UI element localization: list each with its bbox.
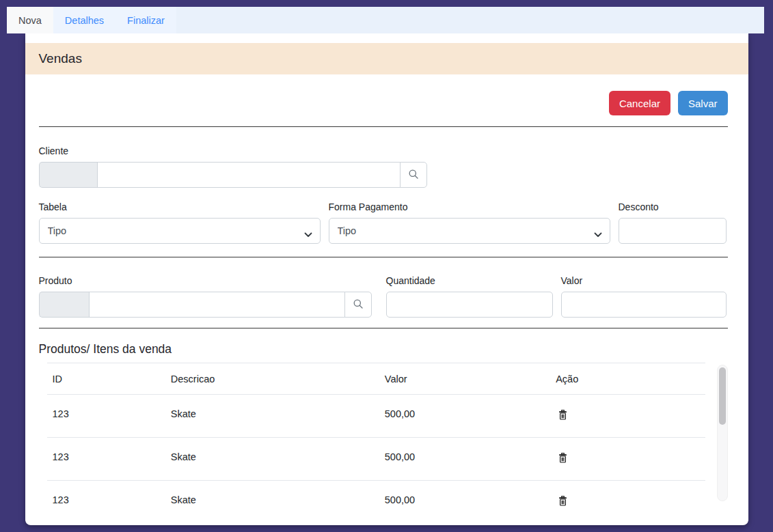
forma-pagamento-label: Forma Pagamento — [329, 201, 610, 212]
search-icon — [408, 169, 419, 182]
cancel-button[interactable]: Cancelar — [609, 91, 670, 115]
cell-acao — [550, 438, 705, 481]
product-row: Produto Quantidade — [39, 275, 728, 318]
form-actions: Cancelar Salvar — [39, 74, 728, 115]
cell-valor: 500,00 — [379, 481, 550, 507]
cell-descricao: Skate — [165, 438, 379, 481]
divider — [39, 126, 728, 127]
table-scrollbar[interactable] — [717, 365, 728, 501]
trash-icon — [558, 498, 567, 506]
table-scrollbar-thumb[interactable] — [719, 367, 726, 425]
tabela-label: Tabela — [39, 201, 321, 212]
produto-input-group — [39, 292, 372, 318]
items-table-container: ID Descricao Valor Ação 123 Skate 500,00 — [47, 363, 728, 506]
cell-descricao: Skate — [165, 481, 379, 507]
forma-pagamento-select[interactable]: Tipo — [329, 218, 610, 244]
table-header-row: ID Descricao Valor Ação — [47, 363, 705, 395]
cell-acao — [550, 395, 705, 438]
tab-finalizar[interactable]: Finalizar — [116, 7, 176, 33]
save-button[interactable]: Salvar — [678, 91, 728, 115]
column-header-descricao: Descricao — [165, 363, 379, 395]
trash-icon — [558, 412, 567, 422]
produto-name-field[interactable] — [89, 292, 345, 318]
cliente-input-group — [39, 162, 427, 188]
delete-item-button[interactable] — [556, 494, 570, 506]
items-section-title: Produtos/ Itens da venda — [39, 342, 728, 356]
cell-descricao: Skate — [165, 395, 379, 438]
quantidade-label: Quantidade — [386, 275, 553, 286]
page-title: Vendas — [25, 43, 748, 74]
tab-bar: Nova Detalhes Finalizar — [7, 7, 764, 33]
valor-label: Valor — [561, 275, 727, 286]
cell-id: 123 — [47, 481, 165, 507]
column-header-id: ID — [47, 363, 165, 395]
table-row: 123 Skate 500,00 — [47, 438, 705, 481]
forma-pagamento-select-wrap: Tipo — [329, 218, 610, 244]
desconto-field-block: Desconto — [619, 201, 727, 244]
cell-id: 123 — [47, 438, 165, 481]
search-icon — [353, 298, 364, 311]
table-row: 123 Skate 500,00 — [47, 395, 705, 438]
cliente-name-field[interactable] — [97, 162, 401, 188]
column-header-valor: Valor — [379, 363, 550, 395]
produto-field-block: Produto — [39, 275, 372, 318]
tabela-field-block: Tabela Tipo — [39, 201, 321, 244]
cliente-code-field[interactable] — [39, 162, 97, 188]
valor-field-block: Valor — [561, 275, 727, 318]
tabela-select-wrap: Tipo — [39, 218, 321, 244]
cell-acao — [550, 481, 705, 507]
column-header-acao: Ação — [550, 363, 705, 395]
desconto-label: Desconto — [619, 201, 727, 212]
forma-pagamento-field-block: Forma Pagamento Tipo — [329, 201, 610, 244]
tabela-select[interactable]: Tipo — [39, 218, 321, 244]
divider — [39, 328, 728, 328]
cell-valor: 500,00 — [379, 438, 550, 481]
cell-id: 123 — [47, 395, 165, 438]
cliente-search-button[interactable] — [400, 162, 427, 188]
quantidade-field-block: Quantidade — [386, 275, 553, 318]
tab-detalhes[interactable]: Detalhes — [53, 7, 116, 33]
divider — [39, 257, 728, 257]
quantidade-field[interactable] — [386, 292, 553, 318]
cliente-field-block: Cliente — [39, 145, 728, 188]
produto-search-button[interactable] — [344, 292, 372, 318]
table-row: 123 Skate 500,00 — [47, 481, 705, 507]
items-table: ID Descricao Valor Ação 123 Skate 500,00 — [47, 363, 705, 506]
trash-icon — [558, 455, 567, 465]
valor-field[interactable] — [561, 292, 727, 318]
tab-nova[interactable]: Nova — [7, 7, 53, 33]
sale-form-card: Vendas Cancelar Salvar Cliente — [25, 33, 748, 525]
payment-row: Tabela Tipo Forma Pagamento Tip — [39, 201, 728, 244]
form-content: Cancelar Salvar Cliente — [25, 74, 748, 506]
produto-label: Produto — [39, 275, 372, 286]
delete-item-button[interactable] — [556, 451, 570, 466]
delete-item-button[interactable] — [556, 408, 570, 423]
tabbar-filler — [176, 7, 764, 33]
desconto-field[interactable] — [619, 218, 727, 244]
produto-code-field[interactable] — [39, 292, 89, 318]
cliente-label: Cliente — [39, 145, 728, 156]
cell-valor: 500,00 — [379, 395, 550, 438]
